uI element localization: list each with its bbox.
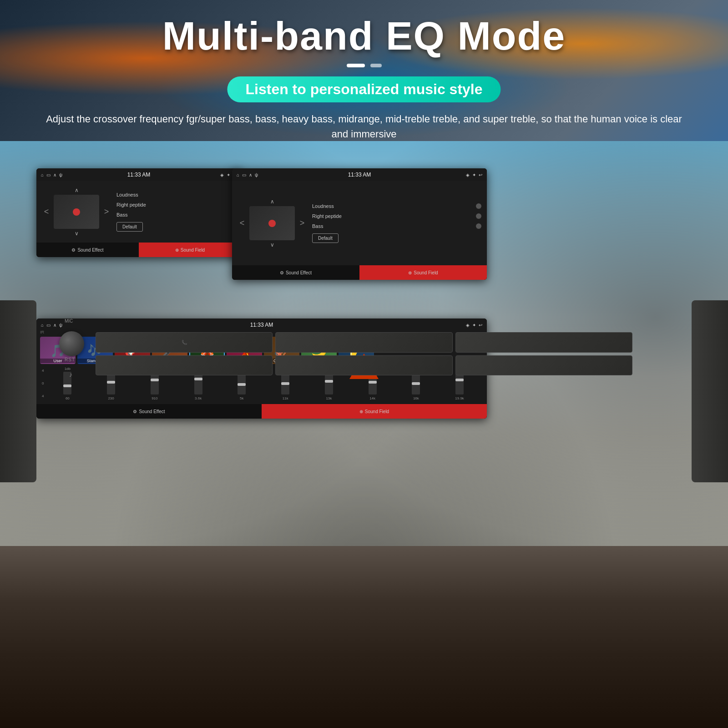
eq-handle-910[interactable] <box>151 379 159 381</box>
tab-sound-field-main[interactable]: ⊕ Sound Field <box>262 404 487 419</box>
eq-handle-3k6[interactable] <box>194 378 202 380</box>
sliders-icon-right: ⚙ <box>280 270 284 275</box>
settings-list-right: Loudness Right peptide Bass Default <box>312 201 481 245</box>
eq-handle-5k[interactable] <box>238 383 246 386</box>
screen-small-left[interactable]: ⌂ ▭ ∧ ψ 11:33 AM ◈ ✦ ↩ ∧ < > ∨ <box>36 168 241 257</box>
right-peptide-dot <box>476 213 481 219</box>
screen-content-left: ∧ < > ∨ Loudness Right peptide Bass <box>36 181 241 243</box>
eq-hz-13k: 13k <box>326 396 332 400</box>
bluetooth-icon-r: ✦ <box>472 172 476 177</box>
eq-hz-19k: 19.9k <box>455 396 464 400</box>
settings-item-right-left: Right peptide <box>116 202 236 207</box>
back-icon-r: ↩ <box>479 172 482 177</box>
usb-icon-m: ψ <box>59 323 62 328</box>
status-icons-left: ⌂ ▭ ∧ ψ <box>41 172 62 177</box>
default-button-right[interactable]: Default <box>312 233 339 243</box>
bluetooth-icon: ✦ <box>227 172 230 177</box>
loudness-dot <box>476 203 481 209</box>
status-bar-left: ⌂ ▭ ∧ ψ 11:33 AM ◈ ✦ ↩ <box>36 168 241 181</box>
up-icon-m: ∧ <box>53 323 56 328</box>
eq-handle-60[interactable] <box>63 384 71 387</box>
status-icons-left-main: ⌂ ▭ ∧ ψ <box>41 323 62 328</box>
bluetooth-icon-m: ✦ <box>472 323 476 328</box>
dashboard-side-right <box>692 300 728 482</box>
eq-handle-13k[interactable] <box>325 380 333 383</box>
eq-scale-bot: 4 <box>42 394 44 398</box>
control-knob[interactable] <box>59 331 84 356</box>
dash-btn-5[interactable] <box>275 355 452 376</box>
settings-list-left: Loudness Right peptide Bass Default <box>116 190 236 234</box>
nav-up-left[interactable]: ∧ <box>71 186 82 195</box>
pagination-dot-2[interactable] <box>370 64 382 67</box>
tab-sound-effect-right[interactable]: ⚙ Sound Effect <box>232 265 359 280</box>
window-icon-m: ▭ <box>46 323 51 328</box>
dash-btn-4[interactable] <box>96 355 273 376</box>
home-icon-r: ⌂ <box>237 172 239 177</box>
tab-sound-effect-left[interactable]: ⚙ Sound Effect <box>36 243 139 257</box>
dash-button-grid: 📞 <box>96 332 632 375</box>
dash-btn-1[interactable]: 📞 <box>96 332 273 353</box>
mic-label: MIC <box>65 318 73 324</box>
home-icon-m: ⌂ <box>41 323 44 328</box>
usb-icon: ψ <box>59 172 62 177</box>
window-icon-r: ▭ <box>242 172 246 177</box>
back-icon-m: ↩ <box>479 323 482 328</box>
nav-next-left[interactable]: > <box>102 207 111 217</box>
nav-next-right[interactable]: > <box>298 218 307 228</box>
plus-circle-icon-left: ⊕ <box>175 248 179 253</box>
eq-handle-230[interactable] <box>107 381 115 384</box>
settings-item-bass-left: Bass <box>116 212 236 217</box>
pin-icon-m: ◈ <box>466 323 470 328</box>
rst-label: RST <box>65 357 75 362</box>
status-icons-right-right: ◈ ✦ ↩ <box>466 172 482 177</box>
status-bar-main: ⌂ ▭ ∧ ψ 11:33 AM ◈ ✦ ↩ <box>36 318 487 331</box>
default-button-left[interactable]: Default <box>116 222 143 232</box>
nav-prev-right[interactable]: < <box>238 218 247 228</box>
settings-item-bass-right: Bass <box>312 223 481 229</box>
nav-down-right[interactable]: ∨ <box>267 240 278 249</box>
up-icon: ∧ <box>53 172 56 177</box>
eq-hz-16k: 16k <box>413 396 419 400</box>
eq-hz-910: 910 <box>152 396 157 400</box>
up-icon-r: ∧ <box>249 172 252 177</box>
settings-item-loudness-left: Loudness <box>116 192 236 197</box>
eq-handle-19k[interactable] <box>455 379 464 381</box>
status-bar-right: ⌂ ▭ ∧ ψ 11:33 AM ◈ ✦ ↩ <box>232 168 487 181</box>
nav-prev-left[interactable]: < <box>42 207 51 217</box>
dash-btn-3[interactable] <box>455 332 632 353</box>
description-text: Adjust the crossover frequency fgr/super… <box>0 111 728 142</box>
window-icon: ▭ <box>46 172 51 177</box>
dash-btn-6[interactable] <box>455 355 632 376</box>
dash-btn-2[interactable] <box>275 332 452 353</box>
tab-bar-left: ⚙ Sound Effect ⊕ Sound Field <box>36 243 241 257</box>
car-image-left <box>54 195 99 229</box>
page-title: Multi-band EQ Mode <box>0 13 728 59</box>
eq-handle-11k[interactable] <box>281 382 289 385</box>
eq-db-60: 1db <box>65 367 71 371</box>
pin-icon-r: ◈ <box>466 172 470 177</box>
tab-bar-right: ⚙ Sound Effect ⊕ Sound Field <box>232 265 487 280</box>
screens-area: ⌂ ▭ ∧ ψ 11:33 AM ◈ ✦ ↩ ∧ < > ∨ <box>0 141 728 728</box>
screen-small-right[interactable]: ⌂ ▭ ∧ ψ 11:33 AM ◈ ✦ ↩ ∧ < > ∨ <box>232 168 487 280</box>
status-time-left: 11:33 AM <box>127 172 151 178</box>
eq-hz-3k6: 3.6k <box>195 396 202 400</box>
eq-band-60: 1db 60 <box>46 367 89 400</box>
settings-item-right-right: Right peptide <box>312 213 481 219</box>
status-icons-right-main: ◈ ✦ ↩ <box>466 323 482 328</box>
plus-circle-icon-right: ⊕ <box>408 270 412 275</box>
home-icon: ⌂ <box>41 172 44 177</box>
tab-sound-field-right[interactable]: ⊕ Sound Field <box>359 265 487 280</box>
ir-label: IR <box>40 330 44 334</box>
eq-handle-16k[interactable] <box>412 382 420 385</box>
tab-sound-effect-main[interactable]: ⚙ Sound Effect <box>36 404 262 419</box>
status-icons-left-right: ⌂ ▭ ∧ ψ <box>237 172 258 177</box>
screen-content-right: ∧ < > ∨ Loudness Right peptide <box>232 181 487 265</box>
tab-sound-field-left[interactable]: ⊕ Sound Field <box>139 243 241 257</box>
nav-down-left[interactable]: ∨ <box>71 229 82 238</box>
pagination-dot-1[interactable] <box>347 64 365 67</box>
bottom-console <box>0 546 728 728</box>
sliders-icon-main: ⚙ <box>133 409 137 414</box>
plus-circle-icon-main: ⊕ <box>359 409 363 414</box>
status-time-main: 11:33 AM <box>250 322 273 328</box>
nav-up-right[interactable]: ∧ <box>267 197 278 206</box>
